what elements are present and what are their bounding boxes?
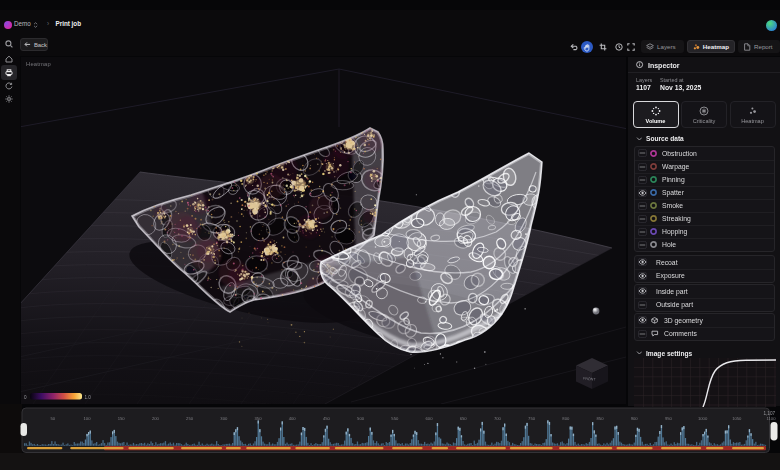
svg-text:850: 850 — [597, 416, 605, 421]
svg-text:700: 700 — [494, 416, 502, 421]
svg-text:1.0: 1.0 — [85, 395, 92, 400]
svg-text:550: 550 — [391, 416, 399, 421]
svg-text:950: 950 — [665, 416, 673, 421]
svg-text:150: 150 — [118, 416, 126, 421]
svg-text:0: 0 — [24, 395, 27, 400]
svg-text:300: 300 — [220, 416, 228, 421]
svg-text:500: 500 — [357, 416, 365, 421]
svg-text:600: 600 — [426, 416, 434, 421]
svg-text:900: 900 — [631, 416, 639, 421]
svg-text:1000: 1000 — [698, 416, 708, 421]
svg-text:1100: 1100 — [766, 416, 776, 421]
svg-text:650: 650 — [460, 416, 468, 421]
svg-text:200: 200 — [152, 416, 160, 421]
svg-text:750: 750 — [528, 416, 536, 421]
svg-text:100: 100 — [84, 416, 92, 421]
svg-text:400: 400 — [289, 416, 297, 421]
svg-text:800: 800 — [562, 416, 570, 421]
svg-text:350: 350 — [255, 416, 263, 421]
svg-text:1050: 1050 — [732, 416, 742, 421]
svg-text:250: 250 — [186, 416, 194, 421]
svg-text:1,107: 1,107 — [764, 411, 776, 416]
svg-text:50: 50 — [50, 416, 55, 421]
svg-text:450: 450 — [323, 416, 331, 421]
